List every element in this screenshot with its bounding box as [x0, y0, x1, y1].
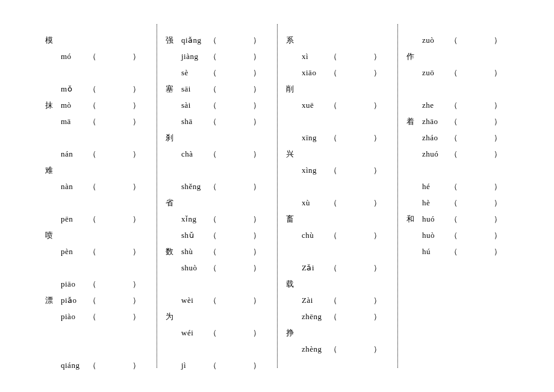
paren-close: ） [132, 116, 140, 127]
paren-open: （ [89, 214, 96, 225]
entry-row: 刹 [166, 132, 272, 147]
paren-close: ） [132, 51, 140, 62]
entry-row: chà（） [166, 149, 272, 163]
pinyin-label: mò [61, 101, 89, 110]
pinyin-label: pèn [61, 247, 89, 257]
entry-row: zuō（） [406, 67, 513, 82]
paren-open: （ [89, 116, 96, 127]
entry-row: xù（） [286, 198, 393, 212]
entry-row: 挣 [286, 328, 393, 342]
pinyin-label: shù [181, 247, 209, 257]
paren-close: ） [253, 360, 261, 371]
entry-row: xìng（） [286, 165, 393, 179]
pinyin-label: zhuó [422, 149, 450, 159]
paren-open: （ [209, 295, 217, 306]
paren-open: （ [450, 116, 458, 127]
pinyin-label: xù [302, 198, 329, 208]
entry-row: 着zhāo（） [406, 116, 513, 131]
pinyin-label: hé [422, 182, 450, 191]
pinyin-label: jiàng [181, 52, 209, 61]
entry-row: 和huó（） [406, 214, 513, 228]
entry-row [45, 198, 152, 212]
pinyin-label: zuō [422, 68, 450, 78]
pinyin-label: piǎo [61, 296, 89, 305]
entry-row [45, 132, 152, 147]
pinyin-label: sài [181, 101, 209, 110]
paren-close: ） [373, 311, 381, 322]
pinyin-label: mā [61, 117, 89, 126]
pinyin-label: mó [61, 52, 89, 61]
paren-close: ） [494, 230, 502, 241]
entry-row: 作 [406, 51, 513, 66]
pinyin-label: jì [181, 361, 209, 370]
hanzi-char: 和 [406, 214, 422, 225]
paren-open: （ [329, 165, 337, 176]
pinyin-label: shǔ [181, 231, 209, 240]
paren-close: ） [253, 35, 261, 46]
entry-row: huò（） [406, 230, 513, 244]
paren-open: （ [89, 279, 96, 290]
paren-open: （ [209, 328, 217, 338]
hanzi-char: 兴 [286, 149, 302, 160]
paren-open: （ [89, 295, 96, 306]
pinyin-label: nàn [61, 182, 89, 191]
hanzi-char: 着 [406, 116, 422, 127]
entry-row: xiāo（） [286, 67, 393, 82]
entry-row: mó（） [45, 51, 152, 66]
entry-row: piāo（） [45, 279, 152, 293]
column-1: 模mó（）mǒ（）抹mò（）mā（）nán（）难nàn（）pēn（）喷pèn（）… [45, 24, 157, 368]
pinyin-label: xiāo [302, 68, 329, 78]
paren-close: ） [253, 214, 261, 225]
paren-open: （ [450, 149, 458, 160]
pinyin-label: shěng [181, 182, 209, 191]
pinyin-label: shuò [181, 263, 209, 273]
paren-open: （ [89, 149, 96, 160]
paren-open: （ [450, 100, 458, 111]
hanzi-char: 模 [45, 35, 61, 46]
paren-close: ） [253, 246, 261, 257]
entry-row: 畜 [286, 214, 393, 228]
paren-close: ） [132, 149, 140, 160]
entry-row [166, 279, 272, 293]
entry-row [406, 84, 513, 98]
entry-row: zháo（） [406, 132, 513, 147]
hanzi-char: 为 [166, 311, 181, 322]
entry-row: 模 [45, 35, 152, 49]
entry-row: xì（） [286, 51, 393, 66]
worksheet-columns: 模mó（）mǒ（）抹mò（）mā（）nán（）难nàn（）pēn（）喷pèn（）… [45, 24, 518, 368]
hanzi-char: 刹 [166, 132, 181, 143]
paren-open: （ [89, 181, 96, 192]
pinyin-label: pēn [61, 214, 89, 224]
hanzi-char: 畜 [286, 214, 302, 225]
paren-open: （ [329, 51, 337, 62]
hanzi-char: 喷 [45, 230, 61, 241]
pinyin-label: piāo [61, 279, 89, 289]
paren-close: ） [132, 360, 140, 371]
hanzi-char: 数 [166, 246, 181, 257]
entry-row: hú（） [406, 246, 513, 261]
paren-open: （ [450, 181, 458, 192]
entry-row [45, 328, 152, 342]
entry-row: 塞sāi（） [166, 84, 272, 98]
paren-open: （ [89, 100, 96, 111]
pinyin-label: hú [422, 247, 450, 257]
entry-row: piào（） [45, 311, 152, 326]
pinyin-label: chù [302, 231, 329, 240]
entry-row: 喷 [45, 230, 152, 244]
entry-row: 为 [166, 311, 272, 326]
paren-close: ） [253, 116, 261, 127]
paren-open: （ [450, 132, 458, 143]
paren-close: ） [132, 311, 140, 322]
hanzi-char: 作 [406, 51, 422, 62]
entry-row: sài（） [166, 100, 272, 114]
hanzi-char: 强 [166, 35, 181, 46]
pinyin-label: hè [422, 198, 450, 208]
paren-close: ） [253, 230, 261, 241]
paren-close: ） [494, 181, 502, 192]
paren-close: ） [373, 344, 381, 355]
pinyin-label: zhe [422, 101, 450, 110]
pinyin-label: shā [181, 117, 209, 126]
pinyin-label: sè [181, 68, 209, 78]
paren-close: ） [253, 181, 261, 192]
paren-close: ） [132, 295, 140, 306]
